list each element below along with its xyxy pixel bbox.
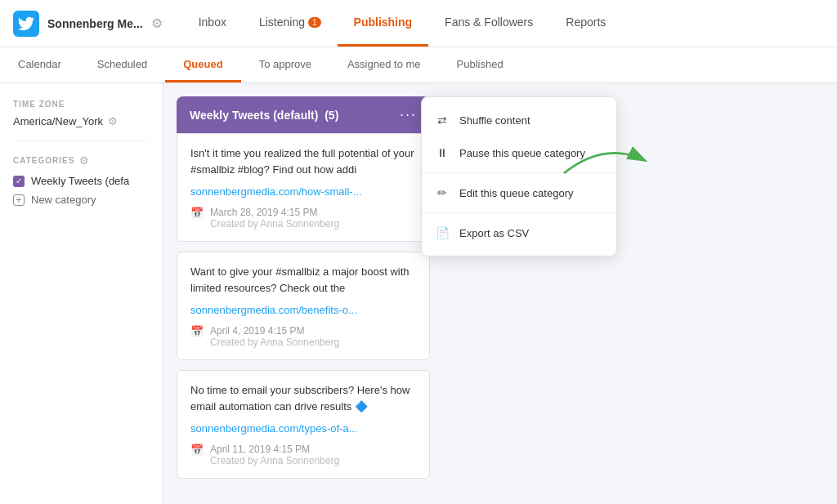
tweet-link[interactable]: sonnenbergmedia.com/benefits-o...: [190, 304, 357, 316]
sidebar-divider: [13, 140, 150, 141]
categories-header: CATEGORIES ⚙: [13, 154, 150, 167]
tweet-text: Isn't it time you realized the full pote…: [190, 145, 416, 177]
top-navigation: Sonnenberg Me... ⚙ Inbox Listening 1 Pub…: [0, 0, 837, 47]
sidebar: TIME ZONE America/New_York ⚙ CATEGORIES …: [0, 83, 163, 504]
tweet-date: April 4, 2019 4:15 PM: [210, 325, 339, 337]
tweet-creator: Created by Anna Sonnenberg: [210, 455, 339, 466]
dropdown-divider: [422, 172, 616, 173]
nav-item-inbox[interactable]: Inbox: [182, 0, 243, 47]
tweet-card: Isn't it time you realized the full pote…: [177, 133, 430, 242]
main-nav: Inbox Listening 1 Publishing Fans & Foll…: [182, 0, 623, 47]
edit-icon: ✏: [435, 186, 450, 199]
calendar-icon: 📅: [190, 325, 204, 337]
timezone-section-title: TIME ZONE: [13, 100, 150, 109]
export-icon: 📄: [435, 226, 450, 239]
dropdown-item-export[interactable]: 📄 Export as CSV: [422, 216, 616, 249]
brand-area: Sonnenberg Me... ⚙: [13, 11, 163, 37]
calendar-icon: 📅: [190, 207, 204, 219]
new-category-button[interactable]: + New category: [13, 194, 150, 206]
tweet-creator: Created by Anna Sonnenberg: [210, 218, 339, 230]
dropdown-divider-2: [422, 212, 616, 213]
subnav-published[interactable]: Published: [439, 47, 521, 83]
calendar-icon: 📅: [190, 444, 204, 456]
twitter-bird-icon: [13, 11, 39, 37]
subnav-calendar[interactable]: Calendar: [0, 47, 79, 83]
tweet-link[interactable]: sonnenbergmedia.com/types-of-a...: [190, 422, 358, 435]
category-checkbox[interactable]: [13, 176, 25, 187]
sub-navigation: Calendar Scheduled Queued To approve Ass…: [0, 47, 837, 83]
categories-settings-icon[interactable]: ⚙: [79, 154, 89, 167]
main-layout: TIME ZONE America/New_York ⚙ CATEGORIES …: [0, 83, 837, 504]
dropdown-item-edit[interactable]: ✏ Edit this queue category: [422, 176, 616, 209]
listening-badge: 1: [308, 17, 321, 28]
queue-category-header: Weekly Tweets (default) (5) ···: [177, 96, 430, 133]
tweet-date: April 11, 2019 4:15 PM: [210, 444, 339, 455]
tweet-text: Want to give your #smallbiz a major boos…: [190, 264, 416, 296]
categories-section-title: CATEGORIES: [13, 156, 74, 165]
nav-item-fans-followers[interactable]: Fans & Followers: [428, 0, 549, 47]
timezone-settings-icon[interactable]: ⚙: [108, 115, 118, 127]
dropdown-item-pause[interactable]: ⏸ Pause this queue category: [422, 136, 616, 169]
queue-header-title: Weekly Tweets (default) (5): [190, 109, 338, 122]
content-area: Weekly Tweets (default) (5) ··· Isn't it…: [163, 83, 837, 504]
category-weekly-tweets[interactable]: Weekly Tweets (defa: [13, 175, 150, 187]
subnav-assigned-to-me[interactable]: Assigned to me: [329, 47, 439, 83]
tweet-meta: 📅 April 4, 2019 4:15 PM Created by Anna …: [190, 325, 416, 348]
tweet-text: No time to email your subscribers? Here'…: [190, 382, 416, 414]
plus-icon: +: [13, 194, 25, 206]
tweet-date: March 28, 2019 4:15 PM: [210, 207, 339, 218]
tweet-creator: Created by Anna Sonnenberg: [210, 337, 339, 348]
brand-settings-icon[interactable]: ⚙: [151, 16, 163, 31]
nav-item-publishing[interactable]: Publishing: [338, 0, 429, 47]
timezone-value: America/New_York ⚙: [13, 115, 150, 127]
subnav-to-approve[interactable]: To approve: [241, 47, 329, 83]
queue-dropdown-menu: ⇄ Shuffle content ⏸ Pause this queue cat…: [421, 96, 617, 256]
tweet-card: Want to give your #smallbiz a major boos…: [177, 252, 430, 360]
tweet-meta: 📅 April 11, 2019 4:15 PM Created by Anna…: [190, 444, 416, 466]
dropdown-item-shuffle[interactable]: ⇄ Shuffle content: [422, 104, 616, 136]
tweet-meta: 📅 March 28, 2019 4:15 PM Created by Anna…: [190, 207, 416, 230]
shuffle-icon: ⇄: [435, 114, 450, 127]
pause-icon: ⏸: [435, 146, 450, 159]
brand-name-label: Sonnenberg Me...: [47, 17, 143, 30]
queue-more-button[interactable]: ···: [400, 106, 417, 123]
subnav-queued[interactable]: Queued: [165, 47, 240, 83]
subnav-scheduled[interactable]: Scheduled: [79, 47, 165, 83]
tweet-link[interactable]: sonnenbergmedia.com/how-small-...: [190, 185, 362, 198]
nav-item-reports[interactable]: Reports: [549, 0, 622, 47]
tweet-card: No time to email your subscribers? Here'…: [177, 370, 430, 479]
nav-item-listening[interactable]: Listening 1: [243, 0, 338, 47]
